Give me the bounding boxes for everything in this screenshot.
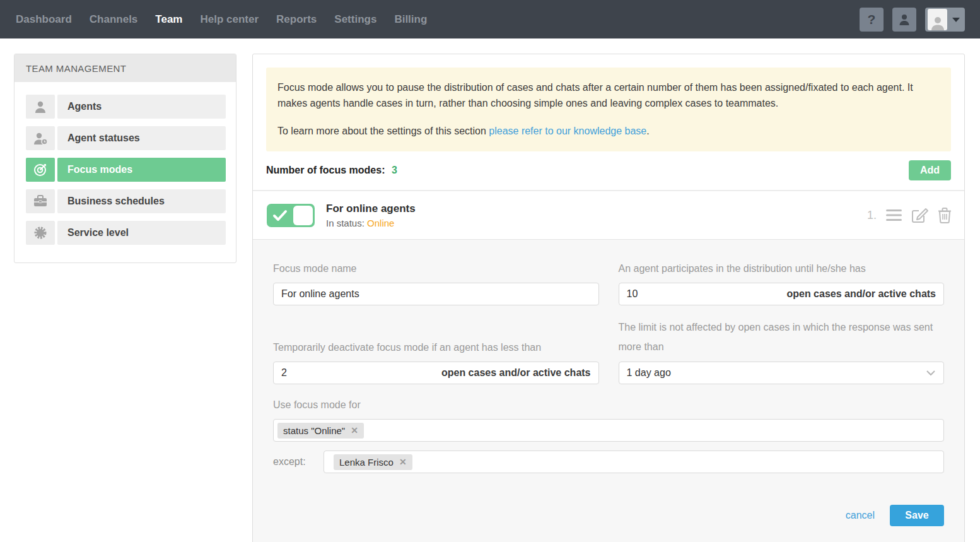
- sidebar-item-label: Focus modes: [57, 158, 226, 182]
- top-navigation-bar: Dashboard Channels Team Help center Repo…: [0, 0, 980, 38]
- sidebar-title: TEAM MANAGEMENT: [15, 54, 236, 82]
- field-label: Use focus mode for: [273, 399, 944, 411]
- threshold-suffix: open cases and/or active chats: [441, 367, 591, 379]
- team-management-sidebar: TEAM MANAGEMENT Agents Agent statuses: [14, 54, 236, 263]
- delete-icon[interactable]: [938, 207, 952, 223]
- person-icon: [26, 95, 55, 119]
- count-label: Number of focus modes:: [266, 165, 385, 175]
- info-paragraph: Focus mode allows you to pause the distr…: [277, 80, 940, 112]
- card-actions: 1.: [867, 207, 952, 223]
- sidebar-item-label: Business schedules: [57, 189, 226, 213]
- chevron-down-icon: [926, 367, 936, 379]
- form-footer: cancel Save: [273, 505, 944, 526]
- status-value: Online: [367, 218, 394, 228]
- nav-item-help-center[interactable]: Help center: [200, 13, 259, 26]
- agents-status-button[interactable]: [892, 8, 916, 32]
- check-icon: [272, 209, 288, 222]
- avatar: [928, 9, 947, 30]
- field-except: except: Lenka Frisco✕: [273, 451, 944, 473]
- info-text: .: [646, 126, 649, 136]
- sidebar-items: Agents Agent statuses: [15, 82, 236, 262]
- save-button[interactable]: Save: [890, 505, 944, 526]
- chevron-down-icon: [952, 18, 960, 22]
- focus-modes-count: Number of focus modes: 3: [266, 165, 397, 176]
- focus-modes-panel: Focus mode allows you to pause the distr…: [252, 54, 965, 542]
- info-box: Focus mode allows you to pause the distr…: [266, 68, 951, 151]
- field-response-age: The limit is not affected by open cases …: [619, 317, 945, 384]
- reorder-handle-icon[interactable]: [886, 209, 902, 221]
- person-clock-icon: [26, 126, 55, 150]
- sidebar-item-business-schedules[interactable]: Business schedules: [26, 189, 226, 213]
- threshold-value: 2: [281, 367, 287, 379]
- tag-label: Lenka Frisco: [339, 457, 394, 468]
- field-use-focus-mode-for: Use focus mode for status "Online"✕: [273, 399, 944, 442]
- except-input[interactable]: Lenka Frisco✕: [324, 451, 944, 473]
- focus-mode-status: In status: Online: [326, 218, 416, 228]
- info-text: To learn more about the settings of this…: [277, 126, 489, 136]
- nav-item-channels[interactable]: Channels: [90, 13, 138, 26]
- nav-item-settings[interactable]: Settings: [334, 13, 376, 26]
- remove-tag-icon[interactable]: ✕: [399, 457, 407, 467]
- count-value: 3: [392, 165, 397, 175]
- tag-status-online: status "Online"✕: [277, 423, 364, 439]
- toggle-knob: [293, 206, 313, 225]
- nav-item-team[interactable]: Team: [155, 13, 182, 26]
- focus-mode-card-header: For online agents In status: Online 1.: [253, 190, 964, 239]
- topbar-actions: ?: [860, 8, 965, 32]
- field-deactivate-threshold: Temporarily deactivate focus mode if an …: [273, 317, 599, 384]
- avatar-silhouette-icon: [931, 15, 945, 30]
- tag-lenka-frisco: Lenka Frisco✕: [334, 454, 412, 470]
- status-label: In status:: [326, 218, 365, 228]
- field-distribution-limit: An agent participates in the distributio…: [619, 262, 945, 305]
- enable-toggle[interactable]: [267, 204, 315, 227]
- nav-item-dashboard[interactable]: Dashboard: [16, 13, 72, 26]
- badge-icon: [26, 221, 55, 245]
- briefcase-icon: [26, 189, 55, 213]
- summary-row: Number of focus modes: 3 Add: [266, 151, 951, 190]
- limit-value: 10: [627, 288, 638, 300]
- help-button[interactable]: ?: [860, 8, 884, 32]
- sidebar-item-agents[interactable]: Agents: [26, 95, 226, 119]
- nav-item-reports[interactable]: Reports: [276, 13, 317, 26]
- field-label: An agent participates in the distributio…: [619, 262, 945, 275]
- cancel-link[interactable]: cancel: [846, 510, 875, 521]
- edit-icon[interactable]: [911, 207, 928, 223]
- focus-mode-name-input[interactable]: [273, 283, 599, 305]
- except-label: except:: [273, 456, 310, 468]
- selected-option: 1 day ago: [627, 367, 671, 379]
- focus-mode-form: Focus mode name An agent participates in…: [253, 239, 964, 542]
- user-menu-button[interactable]: [925, 8, 965, 32]
- remove-tag-icon[interactable]: ✕: [351, 425, 358, 435]
- add-button[interactable]: Add: [909, 160, 951, 180]
- deactivate-threshold-input[interactable]: 2 open cases and/or active chats: [273, 362, 599, 384]
- use-for-input[interactable]: status "Online"✕: [273, 419, 944, 442]
- field-focus-mode-name: Focus mode name: [273, 262, 599, 305]
- sidebar-item-service-level[interactable]: Service level: [26, 221, 226, 245]
- info-paragraph: To learn more about the settings of this…: [277, 124, 940, 139]
- sidebar-item-agent-statuses[interactable]: Agent statuses: [26, 126, 226, 150]
- nav-item-billing[interactable]: Billing: [394, 13, 427, 26]
- sidebar-item-label: Service level: [57, 221, 226, 245]
- field-label: Temporarily deactivate focus mode if an …: [273, 341, 599, 354]
- person-icon: [898, 13, 911, 26]
- field-label: Focus mode name: [273, 262, 599, 275]
- limit-suffix: open cases and/or active chats: [786, 288, 936, 300]
- sidebar-item-label: Agents: [57, 95, 226, 119]
- sidebar-item-label: Agent statuses: [57, 126, 226, 150]
- distribution-limit-input[interactable]: 10 open cases and/or active chats: [619, 283, 945, 305]
- order-number: 1.: [867, 209, 877, 222]
- knowledge-base-link[interactable]: please refer to our knowledge base: [489, 126, 646, 136]
- focus-mode-title: For online agents: [326, 203, 416, 215]
- response-age-select[interactable]: 1 day ago: [619, 362, 945, 384]
- field-label: The limit is not affected by open cases …: [619, 317, 945, 356]
- target-icon: [26, 158, 55, 182]
- sidebar-item-focus-modes[interactable]: Focus modes: [26, 158, 226, 182]
- card-titles: For online agents In status: Online: [326, 203, 416, 228]
- question-mark-icon: ?: [868, 12, 876, 27]
- tag-label: status "Online": [283, 425, 345, 436]
